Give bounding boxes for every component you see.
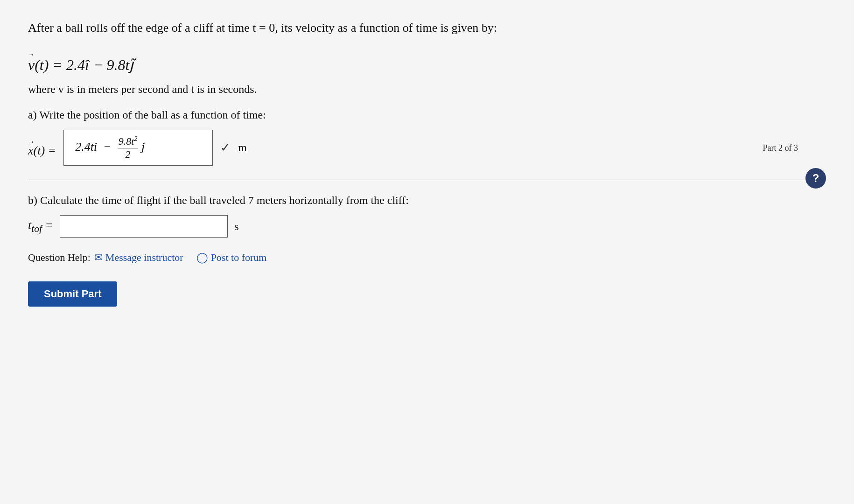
intro-text: After a ball rolls off the edge of a cli… (28, 19, 775, 37)
message-instructor-link[interactable]: ✉ Message instructor (94, 252, 183, 264)
post-forum-label: Post to forum (211, 252, 267, 264)
fraction: 9.8t2 2 (118, 135, 139, 161)
units-note: where v is in meters per second and t is… (28, 83, 826, 96)
part-b-label: b) Calculate the time of flight if the b… (28, 194, 826, 207)
velocity-equation: → v (t) = 2.4î − 9.8tj̃ (28, 51, 826, 74)
tof-unit: s (234, 220, 238, 233)
vel-vec: → v (t) = 2.4î − 9.8tj̃ (28, 56, 133, 73)
tof-subscript: tof (31, 223, 42, 234)
part-a-answer-row: → x (t) = 2.4ti − 9.8t2 2 j ✓ m (28, 130, 826, 166)
forum-icon: ◯ (196, 252, 208, 264)
part-a-answer-box: 2.4ti − 9.8t2 2 j (63, 130, 213, 166)
part-indicator: Part 2 of 3 (763, 143, 798, 153)
message-instructor-label: Message instructor (105, 252, 183, 264)
part-a-label: a) Write the position of the ball as a f… (28, 109, 826, 121)
correct-checkmark: ✓ (220, 140, 231, 155)
section-divider (28, 180, 826, 180)
part-b-section: b) Calculate the time of flight if the b… (28, 194, 826, 307)
help-button[interactable]: ? (805, 168, 826, 189)
post-to-forum-link[interactable]: ◯ Post to forum (196, 252, 267, 264)
page-container: After a ball rolls off the edge of a cli… (0, 0, 854, 504)
question-help-label: Question Help: (28, 252, 91, 264)
part-a-unit: m (238, 141, 247, 154)
part-a-eq-prefix: → x (t) = (28, 138, 56, 158)
tof-answer-row: ttof = s (28, 215, 826, 238)
tof-label: ttof = (28, 218, 53, 235)
question-help-row: Question Help: ✉ Message instructor ◯ Po… (28, 252, 826, 264)
submit-part-button[interactable]: Submit Part (28, 281, 117, 307)
envelope-icon: ✉ (94, 252, 103, 264)
tof-input[interactable] (60, 215, 228, 238)
